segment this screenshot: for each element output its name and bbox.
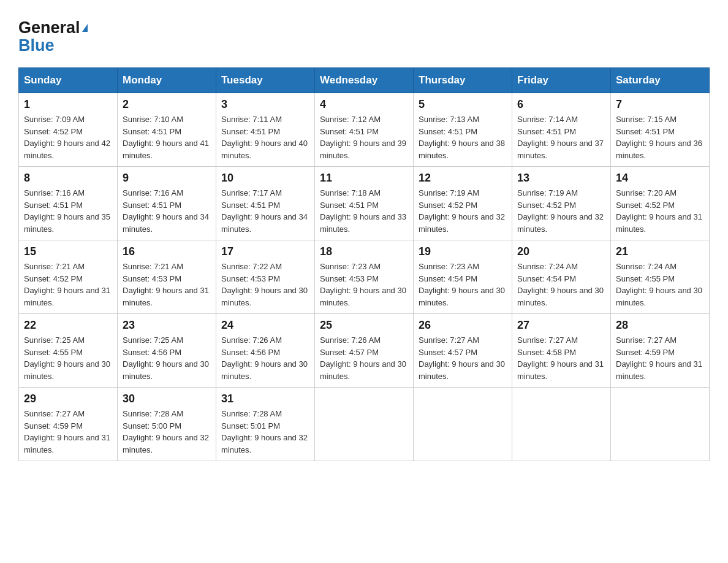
day-info: Sunrise: 7:27 AMSunset: 4:57 PMDaylight:… <box>419 334 507 382</box>
day-info: Sunrise: 7:27 AMSunset: 4:58 PMDaylight:… <box>517 334 605 382</box>
calendar-cell: 2Sunrise: 7:10 AMSunset: 4:51 PMDaylight… <box>118 93 216 167</box>
calendar-cell <box>315 388 414 461</box>
calendar-cell: 16Sunrise: 7:21 AMSunset: 4:53 PMDayligh… <box>118 240 216 314</box>
day-info: Sunrise: 7:12 AMSunset: 4:51 PMDaylight:… <box>320 113 408 161</box>
day-number: 3 <box>221 98 309 111</box>
calendar-cell: 30Sunrise: 7:28 AMSunset: 5:00 PMDayligh… <box>118 388 216 461</box>
day-number: 14 <box>616 172 704 185</box>
day-info: Sunrise: 7:22 AMSunset: 4:53 PMDaylight:… <box>221 261 309 308</box>
day-number: 26 <box>419 319 507 332</box>
day-info: Sunrise: 7:23 AMSunset: 4:54 PMDaylight:… <box>419 261 507 308</box>
calendar-cell: 26Sunrise: 7:27 AMSunset: 4:57 PMDayligh… <box>414 314 512 388</box>
day-number: 13 <box>517 172 605 185</box>
calendar-cell: 19Sunrise: 7:23 AMSunset: 4:54 PMDayligh… <box>414 240 512 314</box>
day-info: Sunrise: 7:16 AMSunset: 4:51 PMDaylight:… <box>123 187 211 235</box>
calendar-cell <box>512 388 611 461</box>
header-cell-friday: Friday <box>512 68 611 93</box>
header-cell-monday: Monday <box>118 68 216 93</box>
day-number: 16 <box>123 245 211 258</box>
calendar-table: SundayMondayTuesdayWednesdayThursdayFrid… <box>18 67 710 461</box>
day-number: 22 <box>24 319 112 332</box>
calendar-cell: 12Sunrise: 7:19 AMSunset: 4:52 PMDayligh… <box>414 167 512 240</box>
calendar-cell: 25Sunrise: 7:26 AMSunset: 4:57 PMDayligh… <box>315 314 414 388</box>
calendar-header: SundayMondayTuesdayWednesdayThursdayFrid… <box>19 68 710 93</box>
calendar-cell: 23Sunrise: 7:25 AMSunset: 4:56 PMDayligh… <box>118 314 216 388</box>
calendar-week-3: 15Sunrise: 7:21 AMSunset: 4:52 PMDayligh… <box>19 240 710 314</box>
calendar-cell: 3Sunrise: 7:11 AMSunset: 4:51 PMDaylight… <box>216 93 315 167</box>
day-number: 28 <box>616 319 704 332</box>
logo-general: General <box>18 18 80 37</box>
day-info: Sunrise: 7:11 AMSunset: 4:51 PMDaylight:… <box>221 113 309 161</box>
day-number: 30 <box>123 393 211 405</box>
day-number: 4 <box>320 98 408 111</box>
day-info: Sunrise: 7:26 AMSunset: 4:56 PMDaylight:… <box>221 334 309 382</box>
logo-blue: Blue <box>18 36 55 55</box>
day-number: 2 <box>123 98 211 111</box>
calendar-cell: 11Sunrise: 7:18 AMSunset: 4:51 PMDayligh… <box>315 167 414 240</box>
day-number: 12 <box>419 172 507 185</box>
day-info: Sunrise: 7:21 AMSunset: 4:52 PMDaylight:… <box>24 261 112 308</box>
day-number: 20 <box>517 245 605 258</box>
header-row: SundayMondayTuesdayWednesdayThursdayFrid… <box>19 68 710 93</box>
header-cell-wednesday: Wednesday <box>315 68 414 93</box>
calendar-cell: 9Sunrise: 7:16 AMSunset: 4:51 PMDaylight… <box>118 167 216 240</box>
calendar-cell: 17Sunrise: 7:22 AMSunset: 4:53 PMDayligh… <box>216 240 315 314</box>
day-number: 10 <box>221 172 309 185</box>
day-info: Sunrise: 7:20 AMSunset: 4:52 PMDaylight:… <box>616 187 704 235</box>
day-number: 11 <box>320 172 408 185</box>
day-info: Sunrise: 7:15 AMSunset: 4:51 PMDaylight:… <box>616 113 704 161</box>
day-number: 1 <box>24 98 112 111</box>
header-cell-thursday: Thursday <box>414 68 512 93</box>
day-info: Sunrise: 7:25 AMSunset: 4:56 PMDaylight:… <box>123 334 211 382</box>
calendar-cell <box>414 388 512 461</box>
day-number: 7 <box>616 98 704 111</box>
calendar-cell: 13Sunrise: 7:19 AMSunset: 4:52 PMDayligh… <box>512 167 611 240</box>
day-info: Sunrise: 7:14 AMSunset: 4:51 PMDaylight:… <box>517 113 605 161</box>
logo: General Blue <box>18 18 88 55</box>
calendar-cell: 14Sunrise: 7:20 AMSunset: 4:52 PMDayligh… <box>611 167 710 240</box>
calendar-week-5: 29Sunrise: 7:27 AMSunset: 4:59 PMDayligh… <box>19 388 710 461</box>
calendar-cell: 18Sunrise: 7:23 AMSunset: 4:53 PMDayligh… <box>315 240 414 314</box>
calendar-week-2: 8Sunrise: 7:16 AMSunset: 4:51 PMDaylight… <box>19 167 710 240</box>
calendar-cell: 6Sunrise: 7:14 AMSunset: 4:51 PMDaylight… <box>512 93 611 167</box>
day-info: Sunrise: 7:10 AMSunset: 4:51 PMDaylight:… <box>123 113 211 161</box>
header-cell-saturday: Saturday <box>611 68 710 93</box>
day-info: Sunrise: 7:21 AMSunset: 4:53 PMDaylight:… <box>123 261 211 308</box>
page-header: General Blue <box>18 18 710 55</box>
calendar-cell: 28Sunrise: 7:27 AMSunset: 4:59 PMDayligh… <box>611 314 710 388</box>
day-number: 8 <box>24 172 112 185</box>
calendar-cell: 5Sunrise: 7:13 AMSunset: 4:51 PMDaylight… <box>414 93 512 167</box>
day-number: 27 <box>517 319 605 332</box>
day-info: Sunrise: 7:13 AMSunset: 4:51 PMDaylight:… <box>419 113 507 161</box>
day-number: 18 <box>320 245 408 258</box>
calendar-cell: 1Sunrise: 7:09 AMSunset: 4:52 PMDaylight… <box>19 93 118 167</box>
day-info: Sunrise: 7:23 AMSunset: 4:53 PMDaylight:… <box>320 261 408 308</box>
day-info: Sunrise: 7:18 AMSunset: 4:51 PMDaylight:… <box>320 187 408 235</box>
day-number: 31 <box>221 393 309 405</box>
day-info: Sunrise: 7:17 AMSunset: 4:51 PMDaylight:… <box>221 187 309 235</box>
calendar-cell: 22Sunrise: 7:25 AMSunset: 4:55 PMDayligh… <box>19 314 118 388</box>
calendar-cell: 24Sunrise: 7:26 AMSunset: 4:56 PMDayligh… <box>216 314 315 388</box>
header-cell-tuesday: Tuesday <box>216 68 315 93</box>
calendar-body: 1Sunrise: 7:09 AMSunset: 4:52 PMDaylight… <box>19 93 710 461</box>
calendar-cell: 21Sunrise: 7:24 AMSunset: 4:55 PMDayligh… <box>611 240 710 314</box>
calendar-cell: 20Sunrise: 7:24 AMSunset: 4:54 PMDayligh… <box>512 240 611 314</box>
day-info: Sunrise: 7:27 AMSunset: 4:59 PMDaylight:… <box>24 408 112 456</box>
day-info: Sunrise: 7:25 AMSunset: 4:55 PMDaylight:… <box>24 334 112 382</box>
header-cell-sunday: Sunday <box>19 68 118 93</box>
day-info: Sunrise: 7:19 AMSunset: 4:52 PMDaylight:… <box>419 187 507 235</box>
calendar-cell: 7Sunrise: 7:15 AMSunset: 4:51 PMDaylight… <box>611 93 710 167</box>
day-number: 6 <box>517 98 605 111</box>
calendar-cell: 8Sunrise: 7:16 AMSunset: 4:51 PMDaylight… <box>19 167 118 240</box>
day-number: 17 <box>221 245 309 258</box>
day-number: 29 <box>24 393 112 405</box>
calendar-week-1: 1Sunrise: 7:09 AMSunset: 4:52 PMDaylight… <box>19 93 710 167</box>
day-info: Sunrise: 7:26 AMSunset: 4:57 PMDaylight:… <box>320 334 408 382</box>
calendar-cell: 29Sunrise: 7:27 AMSunset: 4:59 PMDayligh… <box>19 388 118 461</box>
day-info: Sunrise: 7:27 AMSunset: 4:59 PMDaylight:… <box>616 334 704 382</box>
calendar-cell: 15Sunrise: 7:21 AMSunset: 4:52 PMDayligh… <box>19 240 118 314</box>
day-number: 23 <box>123 319 211 332</box>
day-number: 24 <box>221 319 309 332</box>
day-info: Sunrise: 7:16 AMSunset: 4:51 PMDaylight:… <box>24 187 112 235</box>
day-number: 21 <box>616 245 704 258</box>
